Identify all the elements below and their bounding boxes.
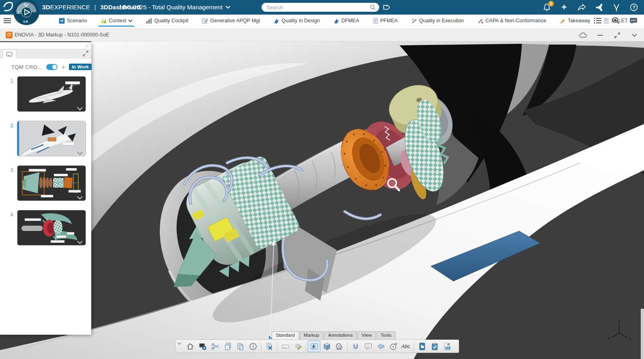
presentation-play-button[interactable] (196, 340, 209, 352)
toolbar-collapse-icon[interactable] (176, 341, 182, 346)
tool-tab-view[interactable]: View (358, 331, 376, 340)
pfmea-icon (373, 18, 378, 24)
tab-quality-in-execution[interactable]: Quality in Execution (411, 15, 464, 27)
back-arrow-button[interactable] (374, 340, 387, 352)
advanced-search-icon[interactable] (612, 17, 620, 25)
tab-context[interactable]: Context (100, 15, 133, 27)
tab-pfmea[interactable]: PFMEA (373, 15, 398, 27)
svg-text:?: ? (633, 5, 635, 10)
dashboard-title[interactable]: LBG 2025 - Total Quality Management (119, 4, 230, 11)
panel-tab-board[interactable] (2, 49, 16, 58)
list-view-icon[interactable] (594, 17, 602, 24)
slide-thumbnail-2[interactable] (17, 121, 86, 156)
panel-expand-icon[interactable] (82, 50, 89, 57)
tool-tab-strip: Standard Markup Annotations View Tools (272, 331, 396, 340)
tab-quality-in-design[interactable]: Quality in Design (273, 15, 320, 27)
status-badge[interactable]: In Work (69, 64, 92, 70)
add-content-button[interactable]: + (560, 3, 569, 12)
comment-button[interactable] (362, 340, 374, 352)
corrective-action-doc-button[interactable]: CA (441, 340, 453, 352)
notifications-button[interactable]: 5 (542, 3, 551, 12)
toolbar-separator (414, 342, 414, 351)
slide-options-chevron[interactable] (77, 240, 83, 244)
grid-edit-button[interactable] (292, 340, 304, 352)
plus-icon: + (562, 2, 567, 13)
svg-text:V.R: V.R (23, 20, 28, 24)
visibility-toggle[interactable] (46, 64, 58, 70)
tab-dfmea[interactable]: DFMEA (333, 15, 359, 27)
axis-x-label: x (608, 335, 610, 340)
delete-view-button[interactable] (263, 340, 275, 352)
slide-options-chevron[interactable] (77, 107, 83, 111)
quality-in-design-icon (273, 18, 279, 24)
compass-icon: 3D V.R (13, 0, 40, 26)
cut-button[interactable] (209, 340, 221, 352)
main-menu-icon[interactable] (3, 18, 11, 24)
cloud-button[interactable] (579, 31, 587, 39)
share-nodes-icon (595, 4, 603, 11)
collaborate-button[interactable] (595, 3, 603, 12)
tab-quality-cockpit[interactable]: Quality Cockpit (146, 15, 188, 27)
share-button[interactable] (577, 3, 586, 12)
app-tab-bar: Scenario Context Quality Cockpit Generat… (0, 15, 644, 27)
quality-cockpit-icon (146, 18, 152, 24)
tag-icon[interactable] (382, 3, 390, 11)
search-icon[interactable] (370, 4, 376, 11)
slide-thumbnail-4[interactable] (17, 210, 86, 246)
panel-collapse-button[interactable]: ‹ (84, 43, 90, 49)
info-button[interactable] (247, 340, 259, 352)
toolbar-separator (306, 342, 306, 351)
slide-thumbnail-1[interactable] (17, 76, 86, 112)
takeaway-icon (560, 18, 566, 24)
panel-title: TQM CRO... (11, 64, 42, 70)
search-input[interactable] (266, 4, 370, 11)
measure-button[interactable] (333, 340, 346, 352)
tool-tab-tools[interactable]: Tools (377, 331, 396, 340)
label-button[interactable] (279, 340, 292, 352)
tab-generative-apqp[interactable]: Generative APQP Mgt (202, 15, 260, 27)
chat-icon[interactable] (629, 17, 638, 24)
slide-item-3: 3. (0, 165, 91, 201)
slide-item-4: 4. (0, 210, 91, 246)
magnet-snap-button[interactable] (349, 340, 362, 352)
panel-header: TQM CRO... + In Work (0, 61, 91, 73)
3dexperience-window: z x y 3DEXPERIENCE | 3DDashboard LBG 202… (0, 0, 644, 359)
minimize-button[interactable] (596, 31, 604, 39)
compass-apps-button[interactable] (612, 3, 621, 12)
action-toolbar: Abc CA (175, 340, 459, 353)
tool-tab-standard[interactable]: Standard (272, 331, 299, 340)
tab-capa-non-conformance[interactable]: CAPA & Non-Conformance (477, 15, 546, 27)
section-view-button[interactable] (308, 340, 320, 352)
help-button[interactable]: ? (629, 3, 638, 12)
slide-number: 3. (7, 167, 15, 173)
slide-thumbnail-3[interactable] (17, 165, 86, 201)
svg-text:3D: 3D (17, 11, 21, 15)
maximize-button[interactable] (613, 31, 621, 39)
abc-label: Abc (401, 344, 410, 349)
copy-button[interactable] (221, 340, 234, 352)
slide-item-2: 2. (0, 121, 91, 156)
chevron-down-icon (128, 19, 133, 22)
widget-menu-button[interactable] (630, 31, 638, 39)
slide-item-1: 1. (0, 76, 91, 112)
validate-clipboard-button[interactable] (428, 340, 441, 352)
approve-document-button[interactable] (416, 340, 428, 352)
chevron-down-icon (225, 6, 230, 9)
text-tool-button[interactable]: Abc (399, 340, 412, 352)
3d-viewport[interactable]: z x y (0, 41, 644, 359)
tab-takeaway[interactable]: Takeaway (560, 15, 590, 27)
slide-options-chevron[interactable] (77, 151, 83, 155)
tool-tab-markup[interactable]: Markup (300, 331, 323, 340)
search-bar[interactable] (262, 3, 379, 12)
paste-button[interactable] (234, 340, 247, 352)
3d-scene: z x y (0, 41, 644, 359)
tool-tab-annotations[interactable]: Annotations (324, 331, 357, 340)
exploded-view-button[interactable] (320, 340, 333, 352)
3d-compass[interactable]: 3D V.R (13, 0, 40, 26)
home-button[interactable] (184, 340, 196, 352)
toolbar-separator (277, 342, 277, 351)
center-point-button[interactable] (387, 340, 399, 352)
add-slide-button[interactable]: + (61, 64, 65, 70)
slide-options-chevron[interactable] (77, 196, 83, 200)
tab-scenario[interactable]: Scenario (59, 15, 87, 27)
